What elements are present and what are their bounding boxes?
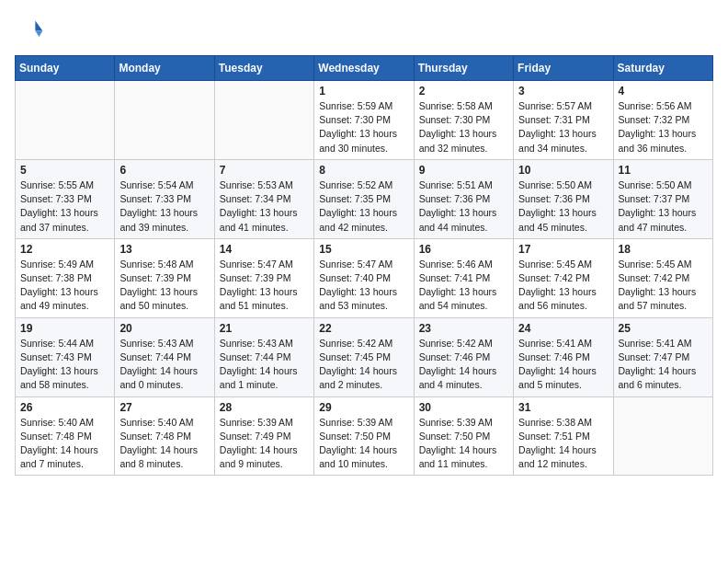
day-number: 11 [619, 164, 708, 177]
cell-info: Sunrise: 5:47 AMSunset: 7:39 PMDaylight:… [220, 259, 298, 312]
calendar-cell: 31Sunrise: 5:38 AMSunset: 7:51 PMDayligh… [514, 396, 613, 476]
day-number: 3 [518, 85, 608, 98]
cell-info: Sunrise: 5:45 AMSunset: 7:42 PMDaylight:… [518, 259, 597, 312]
calendar-table: SundayMondayTuesdayWednesdayThursdayFrid… [15, 55, 713, 476]
cell-info: Sunrise: 5:49 AMSunset: 7:38 PMDaylight:… [20, 259, 98, 312]
day-number: 8 [319, 164, 408, 177]
calendar-week-3: 12Sunrise: 5:49 AMSunset: 7:38 PMDayligh… [16, 238, 713, 317]
calendar-cell: 29Sunrise: 5:39 AMSunset: 7:50 PMDayligh… [314, 396, 414, 476]
calendar-cell: 19Sunrise: 5:44 AMSunset: 7:43 PMDayligh… [16, 317, 115, 396]
calendar-cell: 25Sunrise: 5:41 AMSunset: 7:47 PMDayligh… [613, 317, 712, 396]
calendar-week-2: 5Sunrise: 5:55 AMSunset: 7:33 PMDaylight… [16, 159, 713, 238]
calendar-cell: 3Sunrise: 5:57 AMSunset: 7:31 PMDaylight… [514, 81, 613, 160]
calendar-cell: 10Sunrise: 5:50 AMSunset: 7:36 PMDayligh… [514, 159, 613, 238]
calendar-cell: 18Sunrise: 5:45 AMSunset: 7:42 PMDayligh… [613, 238, 712, 317]
day-number: 25 [619, 322, 708, 335]
cell-info: Sunrise: 5:38 AMSunset: 7:51 PMDaylight:… [518, 417, 597, 470]
calendar-cell [613, 396, 712, 476]
calendar-cell [115, 81, 214, 160]
calendar-cell: 4Sunrise: 5:56 AMSunset: 7:32 PMDaylight… [613, 81, 712, 160]
calendar-week-1: 1Sunrise: 5:59 AMSunset: 7:30 PMDaylight… [16, 81, 713, 160]
cell-info: Sunrise: 5:57 AMSunset: 7:31 PMDaylight:… [518, 100, 597, 154]
day-number: 31 [518, 401, 608, 414]
day-number: 12 [20, 243, 109, 256]
day-number: 15 [319, 243, 408, 256]
cell-info: Sunrise: 5:59 AMSunset: 7:30 PMDaylight:… [319, 100, 397, 154]
day-number: 23 [419, 322, 508, 335]
day-number: 14 [220, 243, 309, 256]
cell-info: Sunrise: 5:42 AMSunset: 7:45 PMDaylight:… [319, 338, 397, 391]
calendar-cell: 27Sunrise: 5:40 AMSunset: 7:48 PMDayligh… [115, 396, 214, 476]
cell-info: Sunrise: 5:39 AMSunset: 7:50 PMDaylight:… [319, 417, 397, 470]
calendar-cell: 17Sunrise: 5:45 AMSunset: 7:42 PMDayligh… [514, 238, 613, 317]
calendar-week-4: 19Sunrise: 5:44 AMSunset: 7:43 PMDayligh… [16, 317, 713, 396]
day-number: 6 [119, 164, 209, 177]
calendar-cell: 8Sunrise: 5:52 AMSunset: 7:35 PMDaylight… [314, 159, 414, 238]
calendar-cell: 15Sunrise: 5:47 AMSunset: 7:40 PMDayligh… [314, 238, 414, 317]
cell-info: Sunrise: 5:50 AMSunset: 7:36 PMDaylight:… [518, 179, 597, 233]
svg-marker-1 [35, 31, 42, 37]
day-number: 13 [119, 243, 209, 256]
cell-info: Sunrise: 5:41 AMSunset: 7:47 PMDaylight:… [619, 338, 697, 391]
cell-info: Sunrise: 5:46 AMSunset: 7:41 PMDaylight:… [419, 259, 497, 312]
calendar-week-5: 26Sunrise: 5:40 AMSunset: 7:48 PMDayligh… [16, 396, 713, 476]
calendar-header: SundayMondayTuesdayWednesdayThursdayFrid… [16, 56, 713, 81]
weekday-header-saturday: Saturday [613, 56, 712, 81]
calendar-cell: 2Sunrise: 5:58 AMSunset: 7:30 PMDaylight… [414, 81, 513, 160]
cell-info: Sunrise: 5:51 AMSunset: 7:36 PMDaylight:… [419, 179, 497, 233]
day-number: 9 [419, 164, 508, 177]
day-number: 19 [20, 322, 109, 335]
calendar-cell: 14Sunrise: 5:47 AMSunset: 7:39 PMDayligh… [214, 238, 313, 317]
cell-info: Sunrise: 5:45 AMSunset: 7:42 PMDaylight:… [619, 259, 697, 312]
day-number: 26 [20, 401, 109, 414]
cell-info: Sunrise: 5:50 AMSunset: 7:37 PMDaylight:… [619, 179, 697, 233]
calendar-cell [16, 81, 115, 160]
day-number: 30 [419, 401, 508, 414]
day-number: 2 [419, 85, 508, 98]
cell-info: Sunrise: 5:54 AMSunset: 7:33 PMDaylight:… [119, 179, 198, 233]
cell-info: Sunrise: 5:52 AMSunset: 7:35 PMDaylight:… [319, 179, 397, 233]
day-number: 17 [518, 243, 608, 256]
weekday-header-wednesday: Wednesday [314, 56, 414, 81]
day-number: 5 [20, 164, 109, 177]
calendar-cell: 28Sunrise: 5:39 AMSunset: 7:49 PMDayligh… [214, 396, 313, 476]
cell-info: Sunrise: 5:39 AMSunset: 7:50 PMDaylight:… [419, 417, 497, 470]
cell-info: Sunrise: 5:47 AMSunset: 7:40 PMDaylight:… [319, 259, 397, 312]
cell-info: Sunrise: 5:43 AMSunset: 7:44 PMDaylight:… [220, 338, 298, 391]
cell-info: Sunrise: 5:43 AMSunset: 7:44 PMDaylight:… [119, 338, 198, 391]
calendar-cell: 12Sunrise: 5:49 AMSunset: 7:38 PMDayligh… [16, 238, 115, 317]
day-number: 16 [419, 243, 508, 256]
calendar-cell: 23Sunrise: 5:42 AMSunset: 7:46 PMDayligh… [414, 317, 513, 396]
calendar-cell: 20Sunrise: 5:43 AMSunset: 7:44 PMDayligh… [115, 317, 214, 396]
day-number: 4 [619, 85, 708, 98]
page-header [15, 15, 713, 44]
day-number: 22 [319, 322, 408, 335]
cell-info: Sunrise: 5:40 AMSunset: 7:48 PMDaylight:… [20, 417, 98, 470]
cell-info: Sunrise: 5:39 AMSunset: 7:49 PMDaylight:… [220, 417, 298, 470]
calendar-cell: 6Sunrise: 5:54 AMSunset: 7:33 PMDaylight… [115, 159, 214, 238]
svg-marker-0 [35, 20, 42, 30]
day-number: 28 [220, 401, 309, 414]
cell-info: Sunrise: 5:56 AMSunset: 7:32 PMDaylight:… [619, 100, 697, 154]
calendar-cell: 26Sunrise: 5:40 AMSunset: 7:48 PMDayligh… [16, 396, 115, 476]
day-number: 27 [119, 401, 209, 414]
calendar-cell: 5Sunrise: 5:55 AMSunset: 7:33 PMDaylight… [16, 159, 115, 238]
cell-info: Sunrise: 5:55 AMSunset: 7:33 PMDaylight:… [20, 179, 98, 233]
calendar-cell: 11Sunrise: 5:50 AMSunset: 7:37 PMDayligh… [613, 159, 712, 238]
cell-info: Sunrise: 5:48 AMSunset: 7:39 PMDaylight:… [119, 259, 198, 312]
logo-icon [15, 15, 44, 44]
calendar-cell [214, 81, 313, 160]
day-number: 24 [518, 322, 608, 335]
day-number: 7 [220, 164, 309, 177]
day-number: 10 [518, 164, 608, 177]
calendar-cell: 13Sunrise: 5:48 AMSunset: 7:39 PMDayligh… [115, 238, 214, 317]
calendar-cell: 1Sunrise: 5:59 AMSunset: 7:30 PMDaylight… [314, 81, 414, 160]
cell-info: Sunrise: 5:53 AMSunset: 7:34 PMDaylight:… [220, 179, 298, 233]
weekday-header-friday: Friday [514, 56, 613, 81]
calendar-cell: 7Sunrise: 5:53 AMSunset: 7:34 PMDaylight… [214, 159, 313, 238]
day-number: 20 [119, 322, 209, 335]
cell-info: Sunrise: 5:40 AMSunset: 7:48 PMDaylight:… [119, 417, 198, 470]
calendar-cell: 22Sunrise: 5:42 AMSunset: 7:45 PMDayligh… [314, 317, 414, 396]
calendar-cell: 30Sunrise: 5:39 AMSunset: 7:50 PMDayligh… [414, 396, 513, 476]
weekday-header-monday: Monday [115, 56, 214, 81]
